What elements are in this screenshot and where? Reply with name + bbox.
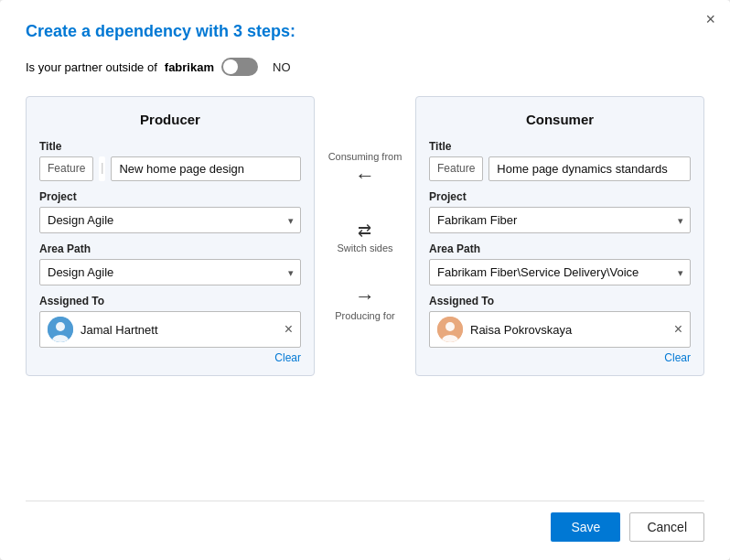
producer-title: Producer xyxy=(39,112,301,127)
producer-title-label: Title xyxy=(39,140,301,153)
producer-clear-link[interactable]: Clear xyxy=(39,351,301,364)
right-arrow-icon: → xyxy=(355,286,375,307)
dialog-title: Create a dependency with 3 steps: xyxy=(26,22,704,41)
consumer-area-path-label: Area Path xyxy=(429,242,691,255)
save-button[interactable]: Save xyxy=(551,512,620,542)
producer-panel: Producer Title Feature | Project Design … xyxy=(26,96,315,376)
consumer-panel: Consumer Title Feature Project Fabrikam … xyxy=(415,96,704,376)
producer-type-badge: Feature xyxy=(39,156,93,181)
toggle-knob xyxy=(223,59,238,74)
producer-clear-assigned-button[interactable]: × xyxy=(284,322,293,337)
producer-assigned-label: Assigned To xyxy=(39,295,301,307)
consumer-clear-assigned-button[interactable]: × xyxy=(674,322,682,337)
partner-label: Is your partner outside of xyxy=(26,60,157,74)
consuming-from-label: Consuming from xyxy=(328,151,403,162)
dialog-footer: Save Cancel xyxy=(26,501,704,542)
toggle-state-label: NO xyxy=(273,60,291,74)
middle-column: Consuming from ← ⇄ Switch sides → Produc… xyxy=(315,96,415,321)
switch-sides-label: Switch sides xyxy=(337,242,392,253)
producing-for-section: → Producing for xyxy=(335,286,394,321)
consumer-project-wrap: Fabrikam Fiber ▾ xyxy=(429,207,691,233)
producer-project-select[interactable]: Design Agile xyxy=(39,207,301,233)
consumer-project-select[interactable]: Fabrikam Fiber xyxy=(429,207,691,233)
create-dependency-dialog: × Create a dependency with 3 steps: Is y… xyxy=(0,0,730,560)
consumer-area-path-wrap: Fabrikam Fiber\Service Delivery\Voice ▾ xyxy=(429,259,691,285)
producer-avatar xyxy=(48,317,73,342)
producer-area-path-label: Area Path xyxy=(39,242,301,255)
producer-area-path-select[interactable]: Design Agile xyxy=(39,259,301,285)
consumer-assigned-name: Raisa Pokrovskaya xyxy=(470,323,667,337)
columns-container: Producer Title Feature | Project Design … xyxy=(26,96,704,480)
consumer-title: Consumer xyxy=(429,112,691,127)
producing-for-label: Producing for xyxy=(335,310,394,321)
consumer-title-input[interactable] xyxy=(488,156,691,181)
consumer-title-label: Title xyxy=(429,140,691,153)
producer-title-input[interactable] xyxy=(111,156,301,181)
consumer-assigned-label: Assigned To xyxy=(429,295,691,307)
consumer-assigned-row: Raisa Pokrovskaya × xyxy=(429,311,691,348)
producer-project-wrap: Design Agile ▾ xyxy=(39,207,301,233)
producer-assigned-row: Jamal Hartnett × xyxy=(39,311,301,348)
outside-partner-toggle[interactable] xyxy=(221,58,258,76)
switch-sides-section[interactable]: ⇄ Switch sides xyxy=(337,221,392,253)
toggle-track[interactable] xyxy=(221,58,258,76)
producer-type-sep: | xyxy=(99,156,105,181)
partner-name: fabrikam xyxy=(165,60,214,74)
consumer-area-path-select[interactable]: Fabrikam Fiber\Service Delivery\Voice xyxy=(429,259,691,285)
consumer-avatar xyxy=(437,317,463,342)
consumer-project-label: Project xyxy=(429,190,691,203)
consumer-clear-link[interactable]: Clear xyxy=(429,351,691,364)
consumer-type-badge: Feature xyxy=(429,156,483,181)
consuming-from-section: Consuming from ← xyxy=(328,151,403,186)
producer-area-path-wrap: Design Agile ▾ xyxy=(39,259,301,285)
close-button[interactable]: × xyxy=(705,11,715,27)
svg-point-4 xyxy=(446,322,455,331)
partner-row: Is your partner outside of fabrikam NO xyxy=(26,58,704,76)
producer-project-label: Project xyxy=(39,190,301,203)
svg-point-1 xyxy=(56,322,65,331)
cancel-button[interactable]: Cancel xyxy=(629,512,704,542)
switch-sides-icon: ⇄ xyxy=(358,221,371,241)
consumer-title-row: Feature xyxy=(429,156,691,181)
producer-assigned-name: Jamal Hartnett xyxy=(81,323,277,337)
producer-title-row: Feature | xyxy=(39,156,301,181)
left-arrow-icon: ← xyxy=(355,166,375,186)
